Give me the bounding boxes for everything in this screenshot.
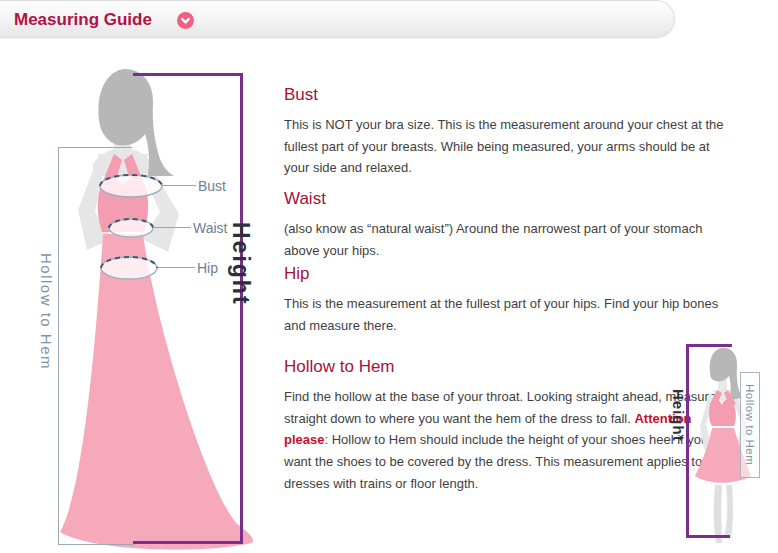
small-figure-right-leg — [724, 485, 733, 539]
section-waist: Waist (also know as “natural waist”) Aro… — [284, 189, 734, 261]
section-body-waist: (also know as “natural waist”) Around th… — [284, 218, 734, 261]
section-hollow-to-hem: Hollow to Hem Find the hollow at the bas… — [284, 357, 734, 495]
section-heading-waist: Waist — [284, 189, 734, 209]
small-height-bracket-bottom — [686, 535, 730, 538]
hollow-bracket-top — [58, 147, 132, 148]
measuring-guide-panel: Measuring Guide — [0, 0, 778, 553]
waist-callout-line — [153, 227, 191, 228]
height-bracket-top — [133, 73, 243, 76]
section-heading-hip: Hip — [284, 264, 734, 284]
height-bracket-vertical — [240, 73, 243, 544]
bust-callout-line — [162, 185, 196, 186]
section-bust: Bust This is NOT your bra size. This is … — [284, 85, 734, 179]
page-title: Measuring Guide — [14, 1, 152, 38]
section-body-hollow: Find the hollow at the base of your thro… — [284, 386, 734, 495]
hip-tape-ring — [101, 257, 157, 279]
section-hip: Hip This is the measurement at the fulle… — [284, 264, 734, 336]
hollow-to-hem-box-small: Hollow to Hem — [740, 372, 760, 478]
dress-figure-large — [55, 62, 265, 552]
height-label-large: Height — [227, 222, 254, 306]
hollow-to-hem-label-large: Hollow to Hem — [38, 253, 55, 370]
waist-tape-ring — [109, 219, 153, 237]
section-body-bust: This is NOT your bra size. This is the m… — [284, 114, 734, 179]
hollow-bracket-bottom — [58, 544, 134, 545]
height-label-small: Height — [670, 389, 687, 442]
hip-callout-line — [158, 267, 195, 268]
section-body-hip: This is the measurement at the fullest p… — [284, 293, 734, 336]
measuring-guide-header-bar[interactable]: Measuring Guide — [0, 0, 675, 38]
dress-skirt — [60, 234, 253, 550]
hollow-bracket-vertical — [58, 147, 59, 545]
height-bracket-bottom — [133, 541, 243, 544]
small-dress-bodice — [709, 399, 736, 426]
bust-label: Bust — [198, 178, 226, 194]
small-height-bracket-top — [686, 344, 732, 347]
section-heading-bust: Bust — [284, 85, 734, 105]
bust-tape-ring — [100, 175, 162, 197]
chevron-down-icon[interactable] — [177, 12, 194, 29]
section-heading-hollow: Hollow to Hem — [284, 357, 734, 377]
waist-label: Waist — [193, 220, 227, 236]
hip-label: Hip — [197, 260, 218, 276]
hollow-to-hem-label-small: Hollow to Hem — [744, 384, 756, 465]
